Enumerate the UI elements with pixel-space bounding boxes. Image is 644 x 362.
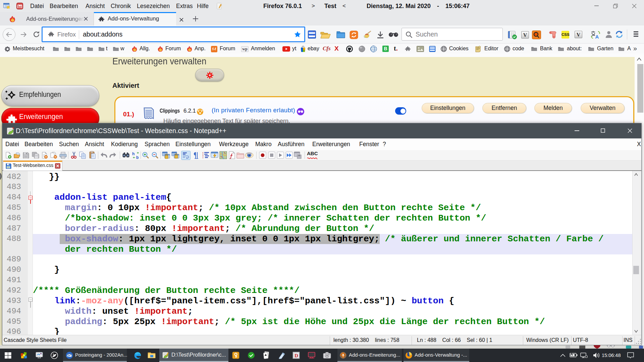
svg-text:A: A bbox=[595, 34, 599, 39]
svg-text:D: D bbox=[294, 353, 298, 358]
svg-text:b: b bbox=[136, 155, 139, 159]
svg-text:h: h bbox=[132, 152, 135, 156]
